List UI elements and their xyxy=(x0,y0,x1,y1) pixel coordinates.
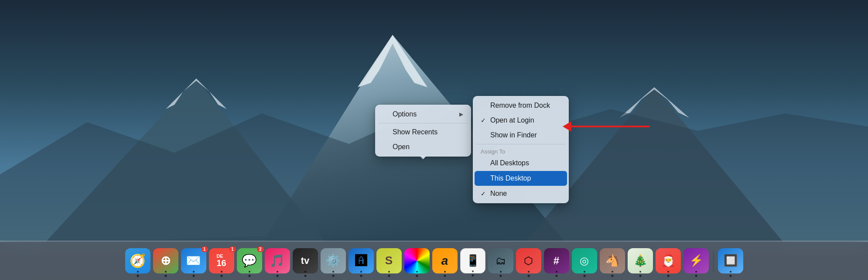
menu-label-open-at-login: Open at Login xyxy=(490,116,534,124)
menu-item-options[interactable]: Options ▶ xyxy=(375,107,471,122)
menu-label-show-in-finder: Show in Finder xyxy=(490,131,537,139)
dock-item-tv[interactable]: tv xyxy=(293,248,318,273)
dock-separator xyxy=(713,250,714,272)
secondary-context-menu: Remove from Dock ✓ Open at Login Show in… xyxy=(473,96,569,203)
dock-item-system-settings[interactable]: ⚙️ xyxy=(321,248,346,273)
dock-item-app-store[interactable]: 🅰 xyxy=(349,248,374,273)
dock-item-safari[interactable]: 🧭 xyxy=(125,248,150,273)
dock-item-music[interactable]: 🎵 xyxy=(265,248,290,273)
dock-item-xmas-wreath[interactable]: 🎄 xyxy=(628,248,653,273)
dock-item-messages[interactable]: 💬 2 xyxy=(237,248,262,273)
menu-item-open-at-login[interactable]: ✓ Open at Login xyxy=(473,113,569,128)
menu-label-all-desktops: All Desktops xyxy=(490,159,529,167)
menu-label-options: Options xyxy=(393,110,417,118)
dock-item-xmas-hat[interactable]: 🎅 xyxy=(656,248,681,273)
menu-item-this-desktop[interactable]: This Desktop xyxy=(475,171,567,186)
menu-label-remove-from-dock: Remove from Dock xyxy=(490,102,550,109)
dock-item-shortcuts[interactable]: ⚡ xyxy=(683,248,709,273)
dock-item-finder[interactable]: 🔲 xyxy=(718,248,743,273)
menu-item-remove-from-dock[interactable]: Remove from Dock xyxy=(473,98,569,113)
menu-item-none[interactable]: ✓ None xyxy=(473,186,569,201)
dock-item-mail[interactable]: ✉️ 1 xyxy=(181,248,206,273)
arrow-line xyxy=(571,126,650,127)
menu-label-none: None xyxy=(490,190,507,198)
dock-item-chrome[interactable]: ⊕ xyxy=(153,248,178,273)
menu-item-show-recents[interactable]: Show Recents xyxy=(375,125,471,140)
dock-item-slack[interactable]: # xyxy=(544,248,569,273)
dock-item-calendar[interactable]: DE16 1 xyxy=(209,248,234,273)
menu-item-show-in-finder[interactable]: Show in Finder xyxy=(473,128,569,143)
dock-item-amazon[interactable]: a xyxy=(432,248,458,273)
dock-item-app-stacks[interactable]: 🗂 xyxy=(488,248,513,273)
checkmark-open-at-login: ✓ xyxy=(481,117,488,124)
menu-label-this-desktop: This Desktop xyxy=(490,174,531,182)
menu-divider-2 xyxy=(476,144,565,144)
annotation-arrow xyxy=(563,121,650,132)
menu-divider-1 xyxy=(379,123,468,123)
dock-item-app-red[interactable]: ⬡ xyxy=(516,248,541,273)
section-label-assign-to: Assign To xyxy=(473,146,569,156)
dock: 🧭 ⊕ ✉️ 1 DE16 1 💬 2 🎵 tv ⚙️ 🅰 xyxy=(0,241,868,280)
menu-item-open[interactable]: Open xyxy=(375,140,471,154)
primary-context-menu: Options ▶ Show Recents Open xyxy=(375,105,471,157)
arrow-options: ▶ xyxy=(459,111,463,117)
dock-item-iphone-mirror[interactable]: 📱 xyxy=(460,248,485,273)
context-menu-container: Options ▶ Show Recents Open Remove from … xyxy=(375,96,569,203)
menu-label-show-recents: Show Recents xyxy=(393,128,437,136)
checkmark-none: ✓ xyxy=(481,190,488,197)
dock-item-scrivener[interactable]: S xyxy=(376,248,402,273)
arrow-head xyxy=(563,121,571,132)
dock-item-chatgpt[interactable]: ◎ xyxy=(572,248,597,273)
menu-label-open: Open xyxy=(393,143,410,151)
dock-item-colors[interactable] xyxy=(404,248,430,273)
dock-item-photos[interactable]: 🐴 xyxy=(600,248,625,273)
menu-item-all-desktops[interactable]: All Desktops xyxy=(473,156,569,171)
